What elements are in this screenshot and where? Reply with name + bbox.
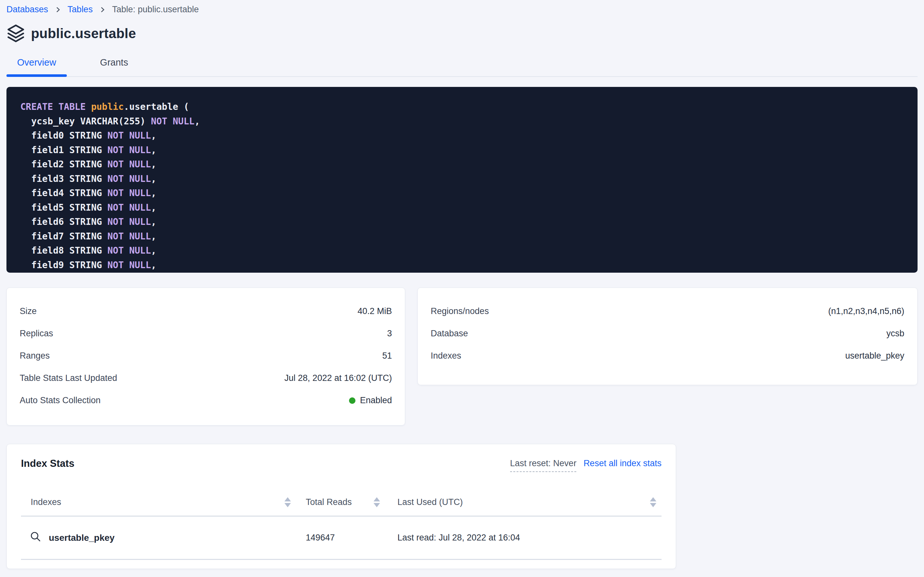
tab-bar: Overview Grants	[6, 57, 918, 77]
breadcrumb-link-tables[interactable]: Tables	[67, 5, 93, 15]
detail-row-size: Size 40.2 MiB	[20, 300, 392, 322]
table-details-page: Databases Tables Table: public.usertable…	[0, 0, 924, 577]
page-header: public.usertable	[6, 24, 918, 44]
index-stats-actions: Last reset: Never Reset all index stats	[510, 458, 662, 472]
status-badge: Enabled	[349, 395, 392, 405]
detail-cards: Size 40.2 MiB Replicas 3 Ranges 51 Table…	[6, 287, 918, 425]
detail-value: ycsb	[886, 329, 904, 338]
detail-label: Table Stats Last Updated	[20, 373, 117, 383]
sql-line: field8 STRING NOT NULL,	[20, 243, 908, 258]
sql-line: ycsb_key VARCHAR(255) NOT NULL,	[20, 114, 908, 129]
detail-value: 51	[382, 351, 392, 361]
sql-create-statement: CREATE TABLE public.usertable ( ycsb_key…	[6, 87, 918, 273]
sort-arrows-icon[interactable]	[374, 497, 380, 507]
column-label: Last Used (UTC)	[397, 497, 463, 507]
sql-line: field2 STRING NOT NULL,	[20, 157, 908, 172]
sql-line: field0 STRING NOT NULL,	[20, 129, 908, 143]
tab-overview[interactable]: Overview	[6, 57, 67, 76]
detail-row-replicas: Replicas 3	[20, 322, 392, 345]
sql-line: field6 STRING NOT NULL,	[20, 215, 908, 229]
sql-line: field1 STRING NOT NULL,	[20, 143, 908, 158]
sort-arrows-icon[interactable]	[284, 497, 291, 507]
chevron-right-icon	[98, 6, 106, 14]
detail-label: Ranges	[20, 351, 50, 361]
detail-value: 40.2 MiB	[357, 306, 392, 316]
status-text: Enabled	[360, 395, 392, 405]
breadcrumb-current: Table: public.usertable	[112, 5, 199, 15]
reset-all-index-stats-link[interactable]: Reset all index stats	[583, 458, 662, 469]
column-label: Indexes	[31, 497, 61, 507]
detail-row-database: Database ycsb	[431, 322, 904, 345]
detail-label: Indexes	[431, 351, 461, 361]
sql-line: field9 STRING NOT NULL,	[20, 258, 908, 273]
index-stats-card: Index Stats Last reset: Never Reset all …	[6, 444, 676, 569]
detail-value: (n1,n2,n3,n4,n5,n6)	[828, 306, 904, 316]
detail-row-stats-updated: Table Stats Last Updated Jul 28, 2022 at…	[20, 367, 392, 389]
detail-row-auto-stats: Auto Stats Collection Enabled	[20, 389, 392, 412]
column-header-total-reads[interactable]: Total Reads	[291, 497, 380, 507]
detail-label: Auto Stats Collection	[20, 395, 101, 405]
detail-row-regions: Regions/nodes (n1,n2,n3,n4,n5,n6)	[431, 300, 904, 322]
index-stats-header: Index Stats Last reset: Never Reset all …	[21, 458, 662, 472]
column-header-last-used[interactable]: Last Used (UTC)	[380, 497, 662, 507]
page-title: public.usertable	[31, 26, 136, 41]
detail-label: Regions/nodes	[431, 306, 489, 316]
index-name-cell[interactable]: usertable_pkey	[21, 530, 291, 545]
column-label: Total Reads	[306, 497, 352, 507]
detail-value: Jul 28, 2022 at 16:02 (UTC)	[284, 373, 392, 383]
sql-line: field7 STRING NOT NULL,	[20, 229, 908, 244]
index-name: usertable_pkey	[49, 533, 115, 543]
sort-arrows-icon[interactable]	[650, 497, 656, 507]
stack-icon	[6, 24, 25, 44]
last-used-cell: Last read: Jul 28, 2022 at 16:04	[380, 533, 662, 543]
table-details-card: Size 40.2 MiB Replicas 3 Ranges 51 Table…	[6, 287, 405, 425]
detail-label: Database	[431, 329, 468, 338]
column-header-indexes[interactable]: Indexes	[21, 497, 291, 507]
tab-grants[interactable]: Grants	[90, 57, 139, 76]
detail-value: usertable_pkey	[845, 351, 904, 361]
detail-row-ranges: Ranges 51	[20, 345, 392, 367]
detail-label: Replicas	[20, 329, 53, 338]
sql-line: CREATE TABLE public.usertable (	[20, 100, 908, 114]
sql-line: field3 STRING NOT NULL,	[20, 172, 908, 186]
detail-value: 3	[387, 329, 392, 338]
green-dot-icon	[349, 397, 355, 404]
chevron-right-icon	[54, 6, 62, 14]
last-reset-label: Last reset: Never	[510, 458, 577, 472]
sql-line: field5 STRING NOT NULL,	[20, 201, 908, 215]
breadcrumb: Databases Tables Table: public.usertable	[6, 0, 918, 15]
total-reads-cell: 149647	[291, 533, 380, 543]
database-details-card: Regions/nodes (n1,n2,n3,n4,n5,n6) Databa…	[418, 287, 918, 385]
index-table-header: Indexes Total Reads Last Used (UTC)	[21, 489, 662, 517]
sql-line: field4 STRING NOT NULL,	[20, 186, 908, 201]
table-row: usertable_pkey 149647 Last read: Jul 28,…	[21, 517, 662, 560]
detail-label: Size	[20, 306, 37, 316]
index-stats-title: Index Stats	[21, 458, 74, 469]
breadcrumb-link-databases[interactable]: Databases	[6, 5, 48, 15]
search-icon	[29, 530, 42, 545]
detail-row-indexes: Indexes usertable_pkey	[431, 345, 904, 367]
